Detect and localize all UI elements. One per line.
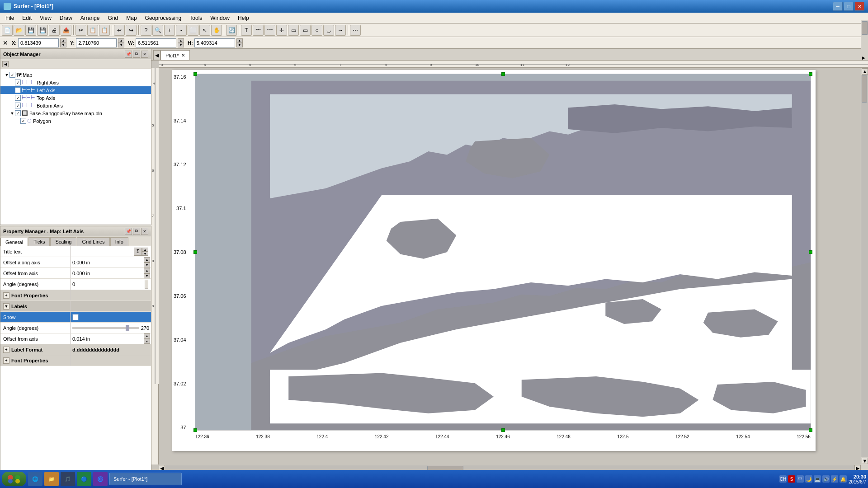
minimize-button[interactable]: ─ xyxy=(833,2,843,11)
h-spin-down[interactable]: ▼ xyxy=(236,43,243,47)
taskbar-ie[interactable]: 🌐 xyxy=(28,472,42,486)
x-input[interactable] xyxy=(18,38,59,47)
taskbar-media[interactable]: 🎵 xyxy=(61,472,75,486)
angle-slider-handle[interactable] xyxy=(145,280,148,289)
menu-view[interactable]: View xyxy=(36,14,55,22)
polyline-btn[interactable]: 〜 xyxy=(253,25,264,36)
handle-tm[interactable] xyxy=(501,72,505,76)
prop-manager-close-btn[interactable]: ✕ xyxy=(141,228,148,235)
wave-btn[interactable]: 〰 xyxy=(264,25,275,36)
tree-nav-back[interactable]: ◀ xyxy=(2,61,9,67)
tray-network[interactable]: 💻 xyxy=(814,475,821,483)
zoom-in-btn[interactable]: + xyxy=(164,25,175,36)
handle-mr[interactable] xyxy=(809,250,812,254)
prop-manager-pin-btn[interactable]: 📌 xyxy=(125,228,132,235)
angle-degrees-value-2[interactable]: 270 xyxy=(71,323,151,333)
more-btn[interactable]: ⋯ xyxy=(350,25,361,36)
tree-item-right-axis[interactable]: ✓ ⊢⊢⊢ Right Axis xyxy=(0,79,151,86)
map-checkbox[interactable]: ✓ xyxy=(9,72,15,78)
obj-manager-pin-btn[interactable]: 📌 xyxy=(125,51,132,58)
title-text-input[interactable] xyxy=(72,249,133,254)
tab-info[interactable]: Info xyxy=(110,237,128,246)
handle-bl[interactable] xyxy=(193,428,197,432)
h-input[interactable] xyxy=(194,38,235,47)
vscroll-down-btn[interactable]: ▼ xyxy=(862,458,868,464)
menu-tools[interactable]: Tools xyxy=(186,14,206,22)
w-input[interactable] xyxy=(136,38,176,47)
y-spin-down[interactable]: ▼ xyxy=(118,43,124,47)
menu-map[interactable]: Map xyxy=(123,14,140,22)
zoom-rect-btn[interactable]: ⬜ xyxy=(188,25,198,36)
obj-manager-float-btn[interactable]: ⧉ xyxy=(133,51,140,58)
taskbar-explorer[interactable]: 📁 xyxy=(44,472,59,486)
top-axis-checkbox[interactable]: ✓ xyxy=(15,95,21,101)
offset-along-spin-up[interactable]: ▲ xyxy=(144,257,150,263)
y-input[interactable] xyxy=(76,38,117,47)
tree-item-top-axis[interactable]: ✓ ⊢⊢⊢ Top Axis xyxy=(0,94,151,102)
tab-general[interactable]: General xyxy=(0,238,28,246)
tree-item-left-axis[interactable]: ✓ ⊢⊢⊢ Left Axis xyxy=(0,86,151,94)
print-btn[interactable]: 🖨 xyxy=(49,25,60,36)
offset-from-spin-1[interactable]: ▲ ▼ xyxy=(144,268,151,278)
offset-from-axis-value-1[interactable]: 0.000 in ▲ ▼ xyxy=(71,268,151,278)
vscroll-up-btn[interactable]: ▲ xyxy=(862,68,868,75)
menu-geoprocessing[interactable]: Geoprocessing xyxy=(142,14,185,22)
menu-draw[interactable]: Draw xyxy=(56,14,76,22)
label-format-expand[interactable]: + xyxy=(3,347,9,353)
tab-ticks[interactable]: Ticks xyxy=(28,237,50,246)
start-button[interactable] xyxy=(2,472,26,486)
tree-item-bottom-axis[interactable]: ✓ ⊢⊢⊢ Bottom Axis xyxy=(0,102,151,109)
offset-along-spin-down[interactable]: ▼ xyxy=(144,263,150,268)
offset-from-spin-up-1[interactable]: ▲ xyxy=(144,268,150,273)
tray-sound[interactable]: 🔊 xyxy=(822,475,830,483)
rect-btn[interactable]: ▭ xyxy=(288,25,299,36)
rect2-btn[interactable]: ▭ xyxy=(300,25,311,36)
offset-from-spin-down-1[interactable]: ▼ xyxy=(144,273,150,279)
show-value[interactable]: ✓ xyxy=(71,312,151,322)
undo-btn[interactable]: ↩ xyxy=(114,25,125,36)
menu-arrange[interactable]: Arrange xyxy=(77,14,104,22)
base-map-expand[interactable]: ▼ xyxy=(9,111,15,116)
x-spin-down[interactable]: ▼ xyxy=(60,43,66,47)
zoom-out-btn[interactable]: - xyxy=(176,25,187,36)
offset-from-spin-2[interactable]: ▲ ▼ xyxy=(144,333,151,344)
hand-btn[interactable]: ✋ xyxy=(211,25,222,36)
w-spin-down[interactable]: ▼ xyxy=(178,43,184,47)
title-spin[interactable]: ▲ ▼ xyxy=(142,248,149,256)
cut-btn[interactable]: ✂ xyxy=(75,25,86,36)
tray-notify[interactable]: 🔔 xyxy=(840,475,847,483)
x-spin-up[interactable]: ▲ xyxy=(60,38,66,43)
handle-tl[interactable] xyxy=(193,72,197,76)
labels-expand[interactable]: ▼ xyxy=(3,303,9,310)
page-background[interactable]: 37.16 37.14 37.12 37.1 37.08 37.06 37.04… xyxy=(159,68,861,465)
w-spin-up[interactable]: ▲ xyxy=(178,38,184,43)
handle-bm[interactable] xyxy=(501,428,505,432)
vscroll-thumb[interactable] xyxy=(862,75,867,103)
tray-zh[interactable]: 中 xyxy=(797,475,804,483)
help-btn[interactable]: ? xyxy=(141,25,151,36)
bottom-axis-checkbox[interactable]: ✓ xyxy=(15,103,21,108)
close-coords-btn[interactable]: ✕ xyxy=(3,39,8,47)
vscroll-track[interactable] xyxy=(861,75,868,457)
ellipse-btn[interactable]: ○ xyxy=(311,25,322,36)
v-scrollbar[interactable]: ▲ ▼ xyxy=(861,68,868,465)
prop-manager-float-btn[interactable]: ⧉ xyxy=(133,228,140,235)
tray-moon[interactable]: 🌙 xyxy=(805,475,812,483)
copy-btn[interactable]: 📋 xyxy=(87,25,98,36)
arrow-btn[interactable]: → xyxy=(335,25,346,36)
w-spin[interactable]: ▲ ▼ xyxy=(178,38,184,47)
obj-manager-close-btn[interactable]: ✕ xyxy=(141,51,148,58)
taskbar-app[interactable]: 🌀 xyxy=(93,472,108,486)
y-spin-up[interactable]: ▲ xyxy=(118,38,124,43)
redo-btn[interactable]: ↪ xyxy=(126,25,137,36)
select-btn[interactable]: ↖ xyxy=(199,25,210,36)
refresh-btn[interactable]: 🔄 xyxy=(226,25,237,36)
menu-grid[interactable]: Grid xyxy=(104,14,122,22)
x-spin[interactable]: ▲ ▼ xyxy=(60,38,66,47)
open-btn[interactable]: 📂 xyxy=(14,25,24,36)
tab-scaling[interactable]: Scaling xyxy=(50,237,76,246)
close-button[interactable]: ✕ xyxy=(854,2,864,11)
menu-edit[interactable]: Edit xyxy=(19,14,35,22)
arc-btn[interactable]: ◡ xyxy=(323,25,334,36)
menu-window[interactable]: Window xyxy=(207,14,233,22)
